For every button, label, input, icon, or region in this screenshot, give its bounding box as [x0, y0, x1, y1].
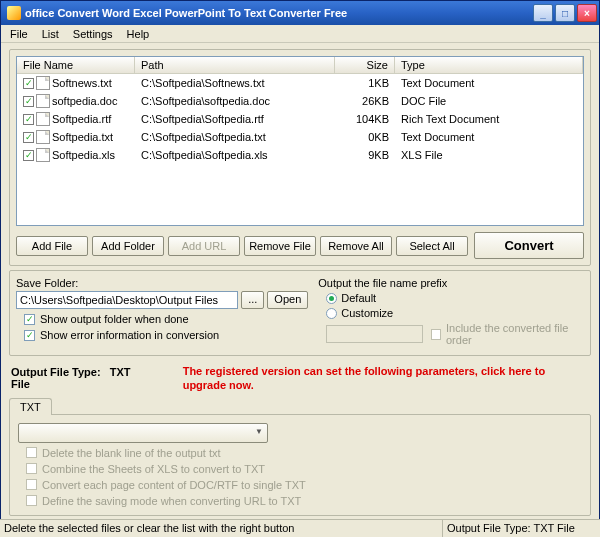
- minimize-button[interactable]: _: [533, 4, 553, 22]
- file-path: C:\Softpedia\Softpedia.txt: [135, 130, 335, 144]
- file-name: softpedia.doc: [52, 95, 117, 107]
- show-error-checkbox[interactable]: ✓: [24, 330, 35, 341]
- maximize-button[interactable]: □: [555, 4, 575, 22]
- browse-button[interactable]: ...: [241, 291, 264, 309]
- table-row[interactable]: ✓Softpedia.rtfC:\Softpedia\Softpedia.rtf…: [17, 110, 583, 128]
- radio-customize[interactable]: [326, 308, 337, 319]
- menu-settings[interactable]: Settings: [66, 26, 120, 42]
- opt-convertpage-label: Convert each page content of DOC/RTF to …: [42, 479, 306, 491]
- file-icon: [36, 94, 50, 108]
- file-path: C:\Softpedia\softpedia.doc: [135, 94, 335, 108]
- opt-combinesheets-label: Combine the Sheets of XLS to convert to …: [42, 463, 265, 475]
- file-name: Softpedia.xls: [52, 149, 115, 161]
- status-hint: Delete the selected files or clear the l…: [0, 520, 443, 537]
- add-file-button[interactable]: Add File: [16, 236, 88, 256]
- show-folder-label: Show output folder when done: [40, 313, 189, 325]
- save-folder-input[interactable]: [16, 291, 238, 309]
- tab-txt[interactable]: TXT: [9, 398, 52, 415]
- col-path[interactable]: Path: [135, 57, 335, 73]
- output-type-row: Output File Type: TXT File The registere…: [9, 360, 591, 395]
- file-type: Text Document: [395, 130, 583, 144]
- table-row[interactable]: ✓softpedia.docC:\Softpedia\softpedia.doc…: [17, 92, 583, 110]
- tab-body: Delete the blank line of the output txt …: [9, 414, 591, 516]
- table-row[interactable]: ✓Softnews.txtC:\Softpedia\Softnews.txt1K…: [17, 74, 583, 92]
- opt-deleteblank-label: Delete the blank line of the output txt: [42, 447, 221, 459]
- open-button[interactable]: Open: [267, 291, 308, 309]
- file-size: 26KB: [335, 94, 395, 108]
- file-size: 0KB: [335, 130, 395, 144]
- radio-default[interactable]: [326, 293, 337, 304]
- file-type: Text Document: [395, 76, 583, 90]
- file-icon: [36, 112, 50, 126]
- opt-definesave-checkbox: [26, 495, 37, 506]
- file-path: C:\Softpedia\Softnews.txt: [135, 76, 335, 90]
- file-path: C:\Softpedia\Softpedia.rtf: [135, 112, 335, 126]
- prefix-label: Output the file name prefix: [318, 277, 584, 289]
- opt-convertpage-checkbox: [26, 479, 37, 490]
- window-title: office Convert Word Excel PowerPoint To …: [25, 7, 531, 19]
- col-filename[interactable]: File Name: [17, 57, 135, 73]
- row-checkbox[interactable]: ✓: [23, 132, 34, 143]
- opt-deleteblank-checkbox: [26, 447, 37, 458]
- menu-help[interactable]: Help: [120, 26, 157, 42]
- row-checkbox[interactable]: ✓: [23, 78, 34, 89]
- file-path: C:\Softpedia\Softpedia.xls: [135, 148, 335, 162]
- col-size[interactable]: Size: [335, 57, 395, 73]
- col-type[interactable]: Type: [395, 57, 583, 73]
- show-error-label: Show error information in conversion: [40, 329, 219, 341]
- add-url-button: Add URL: [168, 236, 240, 256]
- table-row[interactable]: ✓Softpedia.xlsC:\Softpedia\Softpedia.xls…: [17, 146, 583, 164]
- remove-all-button[interactable]: Remove All: [320, 236, 392, 256]
- convert-button[interactable]: Convert: [474, 232, 584, 259]
- show-folder-checkbox[interactable]: ✓: [24, 314, 35, 325]
- save-folder-label: Save Folder:: [16, 277, 308, 289]
- menu-list[interactable]: List: [35, 26, 66, 42]
- file-size: 1KB: [335, 76, 395, 90]
- include-order-label: Include the converted file order: [446, 322, 584, 346]
- opt-definesave-label: Define the saving mode when converting U…: [42, 495, 301, 507]
- file-name: Softpedia.txt: [52, 131, 113, 143]
- row-checkbox[interactable]: ✓: [23, 114, 34, 125]
- file-list[interactable]: File Name Path Size Type ✓Softnews.txtC:…: [16, 56, 584, 226]
- file-name: Softnews.txt: [52, 77, 112, 89]
- opt-combinesheets-checkbox: [26, 463, 37, 474]
- status-bar: Delete the selected files or clear the l…: [0, 519, 600, 537]
- radio-customize-label: Customize: [341, 307, 393, 319]
- file-size: 9KB: [335, 148, 395, 162]
- titlebar: office Convert Word Excel PowerPoint To …: [1, 1, 599, 25]
- button-row: Add File Add Folder Add URL Remove File …: [16, 232, 584, 259]
- add-folder-button[interactable]: Add Folder: [92, 236, 164, 256]
- select-all-button[interactable]: Select All: [396, 236, 468, 256]
- remove-file-button[interactable]: Remove File: [244, 236, 316, 256]
- file-size: 104KB: [335, 112, 395, 126]
- output-type-label: Output File Type:: [11, 366, 101, 378]
- menu-file[interactable]: File: [3, 26, 35, 42]
- status-outtype: Output File Type: TXT File: [443, 520, 600, 537]
- list-header: File Name Path Size Type: [17, 57, 583, 74]
- include-order-checkbox: [431, 329, 441, 340]
- row-checkbox[interactable]: ✓: [23, 150, 34, 161]
- txt-combo: [18, 423, 268, 443]
- row-checkbox[interactable]: ✓: [23, 96, 34, 107]
- file-type: DOC File: [395, 94, 583, 108]
- app-icon: [7, 6, 21, 20]
- menubar: File List Settings Help: [1, 25, 599, 43]
- filelist-group: File Name Path Size Type ✓Softnews.txtC:…: [9, 49, 591, 266]
- file-name: Softpedia.rtf: [52, 113, 111, 125]
- settings-group: Save Folder: ... Open ✓ Show output fold…: [9, 270, 591, 356]
- file-icon: [36, 76, 50, 90]
- file-icon: [36, 148, 50, 162]
- table-row[interactable]: ✓Softpedia.txtC:\Softpedia\Softpedia.txt…: [17, 128, 583, 146]
- prefix-custom-input: [326, 325, 422, 343]
- upgrade-message[interactable]: The registered version can set the follo…: [183, 364, 589, 393]
- file-icon: [36, 130, 50, 144]
- file-type: XLS File: [395, 148, 583, 162]
- close-button[interactable]: ×: [577, 4, 597, 22]
- file-type: Rich Text Document: [395, 112, 583, 126]
- radio-default-label: Default: [341, 292, 376, 304]
